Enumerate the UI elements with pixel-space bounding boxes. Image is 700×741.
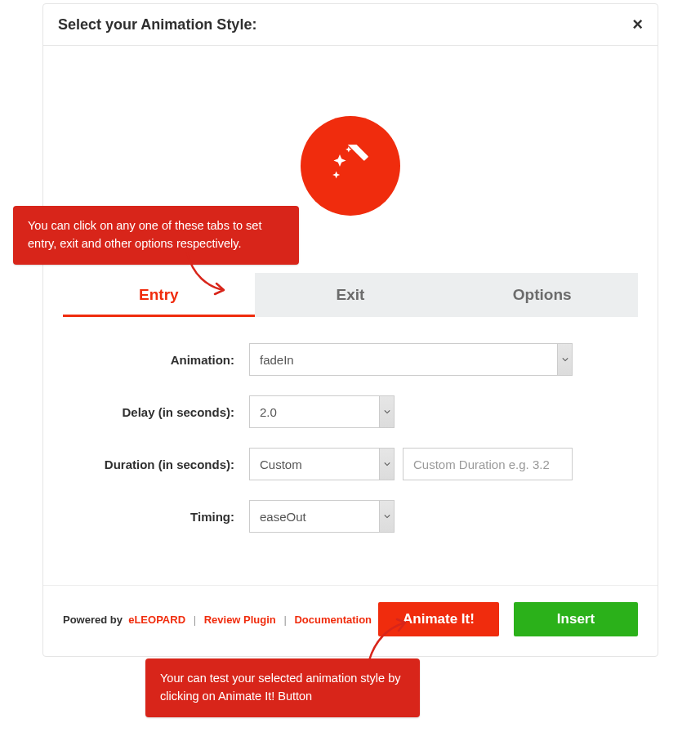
animate-it-button[interactable]: Animate It!: [378, 602, 499, 636]
separator: |: [194, 614, 196, 626]
tab-options[interactable]: Options: [446, 273, 638, 317]
chevron-down-icon: [379, 396, 394, 427]
chevron-down-icon: [379, 449, 394, 480]
modal-footer: Powered by eLEOPARD | Review Plugin | Do…: [43, 585, 658, 656]
tabs-hint-callout: You can click on any one of these tabs t…: [13, 206, 299, 265]
animation-value: fadeIn: [250, 344, 557, 375]
delay-select[interactable]: 2.0: [249, 395, 395, 428]
animation-style-modal: Select your Animation Style: × Entry Exi…: [42, 3, 658, 657]
insert-button[interactable]: Insert: [514, 602, 638, 636]
modal-body: Entry Exit Options Animation: fadeIn: [43, 46, 658, 585]
timing-value: easeOut: [250, 501, 379, 532]
row-duration: Duration (in seconds): Custom: [63, 448, 638, 480]
animation-select[interactable]: fadeIn: [249, 343, 573, 376]
chevron-down-icon: [379, 501, 394, 532]
animation-label: Animation:: [63, 353, 249, 367]
delay-value: 2.0: [250, 396, 379, 427]
tab-exit[interactable]: Exit: [255, 273, 447, 317]
timing-label: Timing:: [63, 510, 249, 524]
svg-rect-0: [347, 145, 368, 161]
duration-select[interactable]: Custom: [249, 448, 395, 480]
row-delay: Delay (in seconds): 2.0: [63, 395, 638, 428]
timing-select[interactable]: easeOut: [249, 500, 395, 533]
tab-entry[interactable]: Entry: [63, 273, 255, 317]
review-plugin-link[interactable]: Review Plugin: [204, 614, 276, 626]
form-area: Animation: fadeIn Delay (in seconds): 2.…: [63, 317, 638, 585]
chevron-down-icon: [557, 344, 572, 375]
tabs-row: Entry Exit Options: [63, 273, 638, 317]
animate-hint-callout: Your can test your selected animation st…: [145, 658, 420, 717]
documentation-link[interactable]: Documentation: [294, 614, 372, 626]
magic-wand-icon: [301, 116, 400, 216]
modal-title: Select your Animation Style:: [58, 16, 256, 33]
separator: |: [283, 614, 286, 626]
close-icon[interactable]: ×: [632, 16, 643, 33]
footer-buttons: Animate It! Insert: [378, 602, 638, 636]
footer-links: Powered by eLEOPARD | Review Plugin | Do…: [63, 614, 372, 626]
duration-label: Duration (in seconds):: [63, 458, 249, 471]
modal-header: Select your Animation Style: ×: [43, 4, 658, 46]
row-timing: Timing: easeOut: [63, 500, 638, 533]
animate-hint-text: Your can test your selected animation st…: [160, 672, 400, 703]
tab-options-label: Options: [513, 286, 572, 304]
eleopard-link[interactable]: eLEOPARD: [128, 614, 185, 626]
tab-entry-label: Entry: [139, 286, 179, 304]
powered-by-label: Powered by: [63, 614, 123, 626]
delay-label: Delay (in seconds):: [63, 405, 249, 419]
duration-value: Custom: [250, 449, 379, 480]
tabs-hint-text: You can click on any one of these tabs t…: [28, 219, 261, 250]
row-animation: Animation: fadeIn: [63, 343, 638, 376]
custom-duration-input[interactable]: [403, 448, 573, 480]
tab-exit-label: Exit: [337, 286, 365, 304]
